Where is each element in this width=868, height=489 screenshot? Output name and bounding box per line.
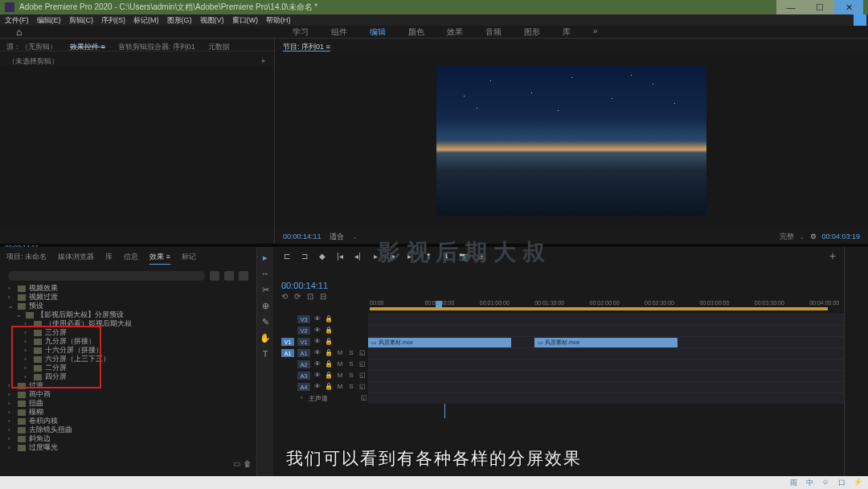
tree-item[interactable]: ›三分屏: [0, 328, 256, 337]
menu-marker[interactable]: 标记(M): [133, 15, 159, 26]
tab-effects[interactable]: 效果 ≡: [149, 250, 170, 265]
extract-icon[interactable]: ⬇: [440, 252, 452, 261]
tab-library[interactable]: 库: [105, 250, 113, 264]
tab-project[interactable]: 项目: 未命名: [6, 250, 47, 264]
track-body[interactable]: [368, 359, 844, 370]
chevron-down-icon[interactable]: ⌄: [799, 232, 805, 240]
chevron-down-icon[interactable]: ⌄: [352, 232, 358, 240]
tab-program[interactable]: 节目: 序列01 ≡: [283, 43, 330, 51]
clip[interactable]: ▭ 风景素材.mov: [534, 338, 678, 347]
slip-tool[interactable]: ✎: [260, 316, 271, 327]
maximize-button[interactable]: ☐: [805, 0, 834, 14]
tree-item[interactable]: ›二分屏: [0, 364, 256, 372]
menu-edit[interactable]: 编辑(E): [37, 15, 61, 26]
minimize-button[interactable]: —: [776, 0, 805, 14]
tree-item[interactable]: ›十六分屏（拼接）: [0, 346, 256, 355]
ws-effects[interactable]: 效果: [447, 27, 463, 38]
timeline-tools: ▸ ↔ ✂ ⊕ ✎ ✋ T: [257, 247, 273, 476]
ime-icon-1[interactable]: 雨: [788, 478, 799, 487]
tab-audio-mixer[interactable]: 音轨剪辑混合器: 序列01: [118, 42, 195, 47]
menu-sequence[interactable]: 序列(S): [101, 15, 125, 26]
go-in-icon[interactable]: |◂: [334, 252, 346, 261]
tab-metadata[interactable]: 元数据: [208, 42, 230, 47]
ime-icon-5[interactable]: ⚡: [852, 478, 863, 487]
transport-controls: ⊏ ⊐ ◆ |◂ ◂| ▸ |▸ ▸| ⬆ ⬇ 📷 ⊞ +: [273, 247, 844, 265]
type-tool[interactable]: T: [260, 348, 271, 360]
fit-dropdown[interactable]: 适合: [330, 232, 344, 242]
razor-tool[interactable]: ⊕: [260, 300, 271, 311]
ws-audio[interactable]: 音频: [485, 27, 502, 38]
ws-graphics[interactable]: 图形: [524, 27, 540, 38]
step-back-icon[interactable]: ◂|: [352, 252, 363, 261]
menu-graphics[interactable]: 图形(G): [167, 15, 192, 26]
menu-clip[interactable]: 剪辑(C): [69, 15, 94, 26]
ime-icon-3[interactable]: ☺: [820, 478, 831, 487]
filter-icon-2[interactable]: [224, 271, 234, 281]
track-body[interactable]: [368, 325, 844, 336]
home-icon[interactable]: ⌂: [16, 27, 22, 38]
close-button[interactable]: ✕: [834, 0, 863, 14]
ruler-label: 00:01:30:00: [534, 300, 564, 306]
filter-icon-3[interactable]: [239, 271, 248, 281]
resolution-status[interactable]: 完整: [780, 232, 794, 242]
settings-icon[interactable]: ⊞: [476, 252, 487, 261]
timeline-ruler[interactable]: 00:0000:00:30:0000:01:00:0000:01:30:0000…: [370, 301, 828, 310]
track-body[interactable]: [368, 381, 844, 392]
menu-window[interactable]: 窗口(W): [232, 15, 259, 26]
menu-help[interactable]: 帮助(H): [266, 15, 291, 26]
clip[interactable]: ▭ 风景素材.mov: [368, 338, 511, 347]
tree-item[interactable]: ›六分屏（上三下三）: [0, 355, 256, 364]
info-chip[interactable]: [854, 14, 866, 26]
go-out-icon[interactable]: ▸|: [405, 252, 416, 261]
program-timecode[interactable]: 00:00:14:11: [283, 232, 321, 240]
play-icon[interactable]: ▸: [370, 252, 381, 261]
lift-icon[interactable]: ⬆: [423, 252, 434, 261]
ws-editing[interactable]: 编辑: [370, 27, 386, 38]
step-fwd-icon[interactable]: |▸: [387, 252, 399, 261]
ime-icon-2[interactable]: 中: [804, 478, 815, 487]
ws-assembly[interactable]: 组件: [331, 27, 347, 38]
filter-icon-1[interactable]: [210, 271, 219, 281]
link-icon[interactable]: ⟳: [294, 292, 301, 301]
ws-more[interactable]: »: [593, 27, 598, 38]
tab-info[interactable]: 信息: [124, 250, 138, 264]
tree-item[interactable]: ›九分屏（拼接）: [0, 337, 256, 346]
track-body[interactable]: [368, 370, 844, 381]
menu-file[interactable]: 文件(F): [5, 15, 29, 26]
track-body[interactable]: [368, 347, 844, 359]
add-button[interactable]: +: [829, 249, 836, 262]
tab-source[interactable]: 源：（无剪辑）: [6, 42, 57, 47]
timeline-timecode[interactable]: 00:00:14:11: [273, 279, 844, 292]
ws-color[interactable]: 颜色: [408, 27, 424, 38]
hand-tool[interactable]: ✋: [260, 332, 271, 343]
settings-icon2[interactable]: ⊟: [320, 292, 326, 301]
export-frame-icon[interactable]: 📷: [458, 252, 469, 261]
mark-in-icon[interactable]: ⊏: [281, 252, 293, 261]
track-body[interactable]: [368, 314, 844, 325]
chevron-right-icon[interactable]: ▸: [262, 56, 266, 64]
ripple-tool[interactable]: ✂: [260, 284, 271, 295]
mark-out-icon[interactable]: ⊐: [299, 252, 310, 261]
snap-icon[interactable]: ⟲: [281, 292, 288, 301]
audio-track: A2👁🔒MS◱: [273, 359, 844, 370]
menu-view[interactable]: 视图(V): [200, 15, 224, 26]
effects-search[interactable]: [8, 271, 205, 281]
tab-markers[interactable]: 标记: [182, 250, 196, 264]
tab-effect-controls[interactable]: 效果控件 ≡: [70, 42, 105, 47]
marker-icon[interactable]: ◆: [317, 252, 328, 261]
wrench-icon[interactable]: ⚙: [810, 232, 817, 240]
program-monitor[interactable]: [275, 51, 868, 229]
selection-tool[interactable]: ▸: [260, 252, 271, 263]
tree-item[interactable]: ›过度曝光: [0, 443, 256, 452]
ruler-label: 00:00: [370, 300, 384, 306]
ws-libraries[interactable]: 库: [563, 27, 571, 38]
ws-learn[interactable]: 学习: [293, 27, 309, 38]
track-select-tool[interactable]: ↔: [260, 268, 271, 279]
marker-icon2[interactable]: ⊡: [307, 292, 313, 301]
tab-media-browser[interactable]: 媒体浏览器: [58, 250, 94, 264]
tree-item[interactable]: ›（使用必看）影视后期大叔: [0, 319, 256, 328]
track-body[interactable]: ▭ 风景素材.mov▭ 风景素材.mov: [368, 336, 844, 347]
trash-icon[interactable]: 🗑: [244, 459, 252, 468]
ime-icon-4[interactable]: 口: [836, 478, 847, 487]
new-bin-icon[interactable]: ▭: [233, 459, 240, 468]
